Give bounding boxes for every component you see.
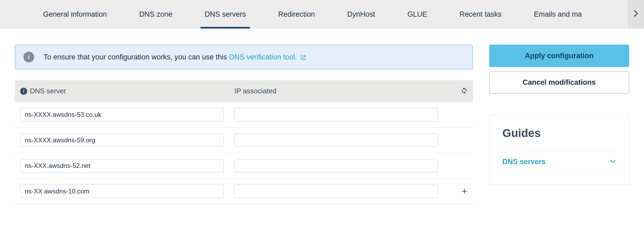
ip-associated-input[interactable] <box>234 159 438 172</box>
main-column: i To ensure that your configuration work… <box>15 45 473 204</box>
tabs-bar: General information DNS zone DNS servers… <box>0 0 644 29</box>
guides-title: Guides <box>502 127 616 140</box>
dns-verification-link[interactable]: DNS verification tool. <box>229 53 306 61</box>
tab-redirection[interactable]: Redirection <box>262 0 331 29</box>
ip-associated-input[interactable] <box>234 185 438 198</box>
info-icon: i <box>23 52 34 62</box>
info-alert: i To ensure that your configuration work… <box>15 45 473 69</box>
apply-configuration-button[interactable]: Apply configuration <box>489 45 629 67</box>
tab-recent-tasks[interactable]: Recent tasks <box>443 0 518 29</box>
cancel-modifications-button[interactable]: Cancel modifications <box>489 71 629 94</box>
add-dns-server-button[interactable] <box>461 187 468 196</box>
dns-server-row <box>15 179 473 204</box>
refresh-button[interactable] <box>461 87 468 95</box>
column-header-ip-associated: IP associated <box>234 87 449 95</box>
ip-associated-input[interactable] <box>234 133 438 147</box>
side-column: Apply configuration Cancel modifications… <box>489 45 629 204</box>
dns-server-row <box>15 128 473 153</box>
chevron-down-icon <box>610 158 616 166</box>
info-alert-prefix: To ensure that your configuration works,… <box>44 53 229 61</box>
dns-server-row <box>15 153 473 179</box>
guides-item-label: DNS servers <box>502 158 546 166</box>
info-alert-text: To ensure that your configuration works,… <box>44 53 306 61</box>
tab-dns-servers[interactable]: DNS servers <box>188 0 262 29</box>
dns-table-header: i DNS server IP associated <box>15 80 473 102</box>
guides-item-dns-servers[interactable]: DNS servers <box>502 150 616 173</box>
info-icon: i <box>20 88 27 95</box>
column-header-dns-server: i DNS server <box>20 87 234 95</box>
tab-dynhost[interactable]: DynHost <box>331 0 391 29</box>
external-link-icon <box>300 54 306 61</box>
dns-server-input[interactable] <box>20 185 224 198</box>
chevron-right-icon <box>634 10 638 19</box>
column-header-dns-server-label: DNS server <box>30 87 66 95</box>
dns-server-input[interactable] <box>20 108 224 121</box>
plus-icon <box>461 186 468 196</box>
tab-general-information[interactable]: General information <box>27 0 123 29</box>
dns-server-input[interactable] <box>20 159 224 172</box>
tab-dns-zone[interactable]: DNS zone <box>123 0 188 29</box>
tabs-list: General information DNS zone DNS servers… <box>0 0 628 29</box>
tab-scroll-right-button[interactable] <box>628 0 644 29</box>
dns-server-row <box>15 102 473 128</box>
dns-verification-link-text: DNS verification tool. <box>229 53 297 61</box>
ip-associated-input[interactable] <box>234 108 438 121</box>
guides-panel: Guides DNS servers <box>489 115 629 185</box>
tab-glue[interactable]: GLUE <box>391 0 443 29</box>
dns-server-input[interactable] <box>20 133 224 147</box>
tab-emails[interactable]: Emails and ma <box>518 0 598 29</box>
